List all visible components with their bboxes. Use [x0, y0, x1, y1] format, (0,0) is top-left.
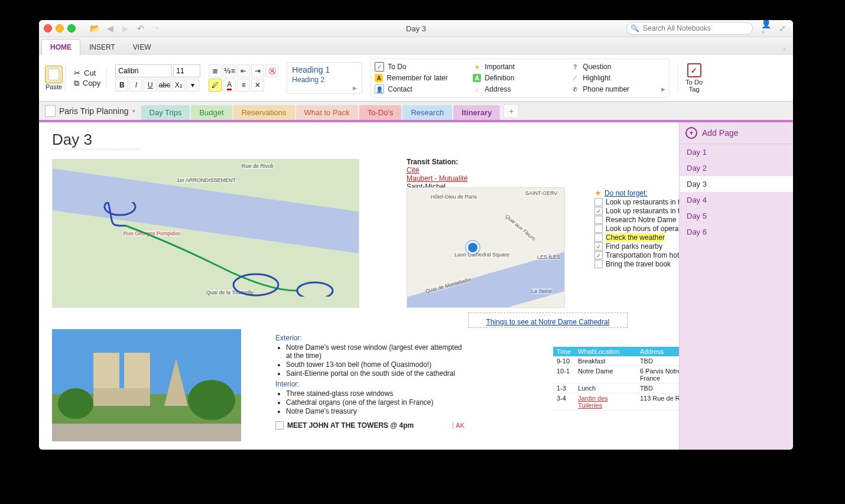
font-color-button[interactable]: A	[223, 79, 236, 92]
list-item[interactable]: Cathedral organs (one of the largest in …	[286, 398, 464, 407]
checklist-item[interactable]: Look up restaurants in the	[594, 198, 679, 206]
page-title[interactable]: Day 3	[52, 131, 139, 149]
fullscreen-icon[interactable]: ⤢	[776, 22, 788, 34]
font-name-select[interactable]	[115, 64, 172, 77]
list-item[interactable]: South tower 13-ton bell (home of Quasimo…	[286, 360, 464, 369]
align-button[interactable]: ≡	[237, 79, 250, 92]
cut-button[interactable]: ✂Cut	[74, 69, 100, 77]
undo-icon[interactable]: ↶	[135, 22, 147, 34]
section-tab-reservations[interactable]: Reservations	[233, 105, 295, 120]
expand-styles-icon[interactable]: ▶	[353, 85, 357, 91]
heading1-style[interactable]: Heading 1	[292, 65, 357, 74]
share-icon[interactable]: 👤⁺	[761, 22, 773, 34]
list-item[interactable]: Saint-Etienne portal on the south side o…	[286, 369, 464, 378]
list-item[interactable]: Three stained-glass rose windows	[286, 389, 464, 398]
page-item-day-1[interactable]: Day 1	[680, 144, 793, 160]
minimize-icon[interactable]	[56, 24, 64, 32]
outdent-button[interactable]: ⇤	[237, 64, 250, 77]
close-icon[interactable]	[44, 24, 52, 32]
table-row[interactable]: 1-3LunchTBD	[553, 383, 679, 394]
table-row[interactable]: 9-10BreakfastTBD	[553, 356, 679, 366]
meet-row[interactable]: MEET JOHN AT THE TOWERS @ 4pm AK	[275, 421, 464, 430]
bullets-button[interactable]: ≣	[209, 64, 222, 77]
notre-dame-link[interactable]: Things to see at Notre Dame Cathedral	[486, 318, 610, 326]
page-item-day-6[interactable]: Day 6	[680, 224, 793, 240]
search-field[interactable]	[642, 24, 749, 33]
note-canvas[interactable]: Day 3 1er ARRONDISSEMENT Rue Georges Pom…	[39, 122, 679, 450]
superscript-button[interactable]: ▾	[186, 79, 199, 92]
checkbox-icon[interactable]: ✓	[594, 251, 603, 259]
collapse-ribbon-icon[interactable]: ⌃	[782, 47, 787, 55]
map-overview[interactable]: 1er ARRONDISSEMENT Rue Georges Pompidou …	[52, 159, 359, 308]
todo-tag-button[interactable]: ✓ To Do Tag	[678, 63, 703, 93]
drag-handle-icon[interactable]: ···	[471, 312, 625, 318]
tag-important[interactable]: ★Important	[473, 61, 567, 72]
checkbox-icon[interactable]	[594, 225, 603, 233]
list-item[interactable]: Notre Dame's treasury	[286, 407, 464, 415]
numbering-button[interactable]: ⅓≡	[223, 64, 236, 77]
expand-tags-icon[interactable]: ▶	[661, 86, 665, 92]
page-item-day-5[interactable]: Day 5	[680, 208, 793, 224]
font-size-select[interactable]	[173, 64, 200, 77]
transit-note[interactable]: Transit Station: Cité Maubert - Mutualit…	[407, 158, 467, 191]
transit-link-cite[interactable]: Cité	[407, 166, 419, 174]
checkbox-icon[interactable]	[594, 216, 603, 224]
checklist-item[interactable]: ✓Find parks nearby	[594, 242, 679, 251]
forward-icon[interactable]: ▶	[119, 22, 131, 34]
tag-todo[interactable]: ✓To Do	[375, 61, 469, 72]
tag-address[interactable]: ⌂Address	[473, 84, 567, 95]
checklist-item[interactable]: ✓Look up restaurants in the	[594, 207, 679, 215]
map-detail[interactable]: Hôtel-Dieu de Paris Laon Cathedral Squar…	[407, 187, 565, 308]
bold-button[interactable]: B	[115, 79, 128, 92]
zoom-icon[interactable]	[67, 24, 76, 32]
clear-format-button[interactable]: 𝘈⃠	[265, 64, 278, 77]
section-tab-research[interactable]: Research	[402, 105, 452, 120]
underline-button[interactable]: U	[144, 79, 157, 92]
tag-contact[interactable]: 👤Contact	[375, 84, 469, 95]
section-tab-to-do-s[interactable]: To-Do's	[359, 105, 402, 120]
page-item-day-2[interactable]: Day 2	[680, 160, 793, 176]
transit-link-maubert[interactable]: Maubert - Mutualité	[407, 174, 467, 183]
section-tab-itinerary[interactable]: Itinerary	[453, 105, 500, 120]
section-tab-budget[interactable]: Budget	[191, 105, 232, 120]
checklist-item[interactable]: Bring the travel book	[594, 260, 679, 268]
indent-button[interactable]: ⇥	[251, 64, 264, 77]
page-item-day-3[interactable]: Day 3	[680, 176, 793, 192]
highlight-button[interactable]: 🖊	[209, 79, 222, 92]
link-container[interactable]: ··· Things to see at Notre Dame Cathedra…	[468, 313, 628, 328]
paste-icon[interactable]	[45, 66, 63, 83]
delete-button[interactable]: ✕	[251, 79, 264, 92]
tab-insert[interactable]: INSERT	[80, 39, 124, 55]
styles-gallery[interactable]: Heading 1 Heading 2 ▶	[287, 62, 362, 94]
section-tab-day-trips[interactable]: Day Trips	[141, 105, 190, 120]
notes-block[interactable]: Exterior: Notre Dame's west rose window …	[275, 334, 464, 430]
tab-view[interactable]: VIEW	[124, 39, 160, 55]
add-page-button[interactable]: + Add Page	[680, 122, 793, 144]
list-item[interactable]: Notre Dame's west rose window (largest e…	[286, 343, 464, 360]
checklist-item[interactable]: Research Notre Dame	[594, 216, 679, 224]
copy-button[interactable]: ⧉Copy	[74, 79, 100, 88]
checklist-item[interactable]: Look up hours of operatio	[594, 225, 679, 233]
tags-gallery[interactable]: ✓To Do ★Important ?Question ARemember fo…	[370, 58, 670, 97]
italic-button[interactable]: I	[129, 79, 142, 92]
heading2-style[interactable]: Heading 2	[292, 76, 357, 84]
checklist[interactable]: ★Do not forget:Look up restaurants in th…	[594, 188, 679, 269]
tag-highlight[interactable]: ／Highlight	[571, 73, 665, 83]
checklist-item[interactable]: Check the weather	[594, 233, 679, 242]
checkbox-icon[interactable]	[594, 233, 603, 242]
redo-icon[interactable]: ↷	[150, 22, 162, 34]
tab-home[interactable]: HOME	[41, 39, 80, 55]
page-item-day-4[interactable]: Day 4	[680, 192, 793, 208]
tag-remember[interactable]: ARemember for later	[375, 73, 469, 83]
table-row[interactable]: 10-1Notre Dame6 Parvis Notre-Dame France	[553, 366, 679, 383]
checkbox-icon[interactable]	[275, 421, 284, 430]
strike-button[interactable]: abc	[158, 79, 171, 92]
add-section-button[interactable]: +	[503, 104, 519, 118]
checklist-header[interactable]: Do not forget:	[604, 189, 648, 197]
checkbox-icon[interactable]: ✓	[594, 207, 603, 215]
checkbox-icon[interactable]: ✓	[594, 242, 603, 251]
notebook-selector[interactable]: Paris Trip Planning ▾	[39, 105, 141, 117]
subscript-button[interactable]: X₂	[172, 79, 185, 92]
open-icon[interactable]: 📂	[89, 22, 100, 34]
tag-question[interactable]: ?Question	[571, 61, 665, 72]
